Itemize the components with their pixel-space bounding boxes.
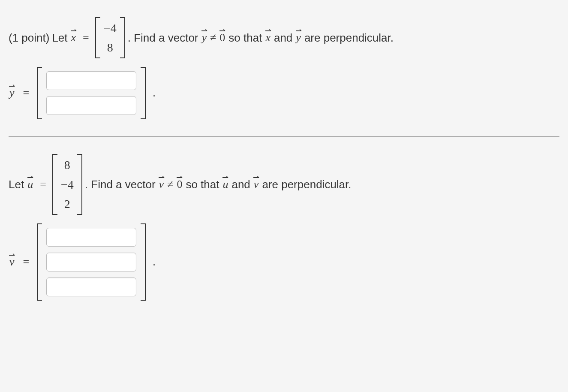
arrow-icon: ⇀ <box>222 172 229 183</box>
arrow-icon: ⇀ <box>9 81 15 92</box>
zero-vector-symbol: ⇀ 0 <box>219 30 226 45</box>
arrow-icon: ⇀ <box>201 26 208 36</box>
problem-1-statement: (1 point) Let ⇀ x = −4 8 . Find a vector… <box>9 17 559 58</box>
equals-sign: = <box>23 85 30 101</box>
sentence-part: . Find a vector <box>128 30 198 45</box>
arrow-icon: ⇀ <box>219 26 226 36</box>
matrix-value: 2 <box>61 196 74 212</box>
problem-2-statement: Let ⇀ u = 8 −4 2 . Find a vector ⇀ v ≠ <box>9 154 559 215</box>
arrow-icon: ⇀ <box>70 26 77 36</box>
arrow-icon: ⇀ <box>158 172 165 183</box>
sentence-part: are perpendicular. <box>304 30 394 45</box>
matrix-value: 8 <box>61 157 74 173</box>
bracket-left-icon <box>95 17 100 58</box>
matrix-value: −4 <box>104 20 117 36</box>
equals-sign: = <box>23 254 30 270</box>
arrow-icon: ⇀ <box>9 250 15 261</box>
x-vector-matrix: −4 8 <box>95 17 125 58</box>
problem-container: (1 point) Let ⇀ x = −4 8 . Find a vector… <box>9 9 559 309</box>
y-component-2-input[interactable] <box>46 96 136 115</box>
sentence-part: are perpendicular. <box>262 177 351 192</box>
v-component-3-input[interactable] <box>46 277 136 296</box>
arrow-icon: ⇀ <box>253 172 260 183</box>
neq-sign: ≠ <box>210 30 216 45</box>
vector-v-symbol: ⇀ v <box>158 177 165 192</box>
v-component-1-input[interactable] <box>46 228 136 247</box>
matrix-value: 8 <box>104 39 117 56</box>
let-text: Let <box>52 30 67 45</box>
let-text: Let <box>9 177 24 192</box>
equals-sign: = <box>40 177 46 192</box>
zero-vector-symbol: ⇀ 0 <box>176 177 183 192</box>
bracket-left-icon <box>37 67 42 119</box>
y-component-1-input[interactable] <box>46 71 136 90</box>
u-vector-matrix: 8 −4 2 <box>52 154 82 215</box>
vector-y-symbol: ⇀ y <box>201 30 208 45</box>
sentence-part: . Find a vector <box>85 177 156 192</box>
answer-y-row: ⇀ y = . <box>9 67 559 119</box>
v-component-2-input[interactable] <box>46 253 136 271</box>
points-label: (1 point) <box>9 30 49 45</box>
bracket-left-icon <box>52 154 57 215</box>
vector-y-symbol: ⇀ y <box>9 85 15 101</box>
problem-2: Let ⇀ u = 8 −4 2 . Find a vector ⇀ v ≠ <box>9 145 559 309</box>
vector-u-symbol: ⇀ u <box>222 177 229 192</box>
arrow-icon: ⇀ <box>264 26 271 36</box>
sentence-part: and <box>274 30 292 45</box>
vector-v-symbol: ⇀ v <box>253 177 260 192</box>
answer-y-matrix <box>37 67 146 119</box>
divider <box>9 136 559 137</box>
bracket-right-icon <box>120 17 125 58</box>
arrow-icon: ⇀ <box>176 172 183 183</box>
period: . <box>153 85 156 101</box>
vector-u-symbol: ⇀ u <box>27 177 34 192</box>
arrow-icon: ⇀ <box>295 26 302 36</box>
vector-x-symbol: ⇀ x <box>70 30 77 45</box>
problem-1: (1 point) Let ⇀ x = −4 8 . Find a vector… <box>9 9 559 128</box>
bracket-left-icon <box>37 223 42 301</box>
bracket-right-icon <box>141 67 146 119</box>
arrow-icon: ⇀ <box>27 172 34 183</box>
vector-v-symbol: ⇀ v <box>9 254 15 270</box>
answer-v-row: ⇀ v = . <box>9 223 559 301</box>
bracket-right-icon <box>141 223 146 301</box>
sentence-part: so that <box>228 30 262 45</box>
neq-sign: ≠ <box>167 177 173 192</box>
answer-v-matrix <box>37 223 146 301</box>
bracket-right-icon <box>77 154 82 215</box>
period: . <box>153 254 156 270</box>
sentence-part: so that <box>186 177 219 192</box>
vector-x-symbol: ⇀ x <box>264 30 271 45</box>
matrix-value: −4 <box>61 176 74 193</box>
vector-y-symbol: ⇀ y <box>295 30 302 45</box>
equals-sign: = <box>83 30 89 45</box>
sentence-part: and <box>231 177 250 192</box>
